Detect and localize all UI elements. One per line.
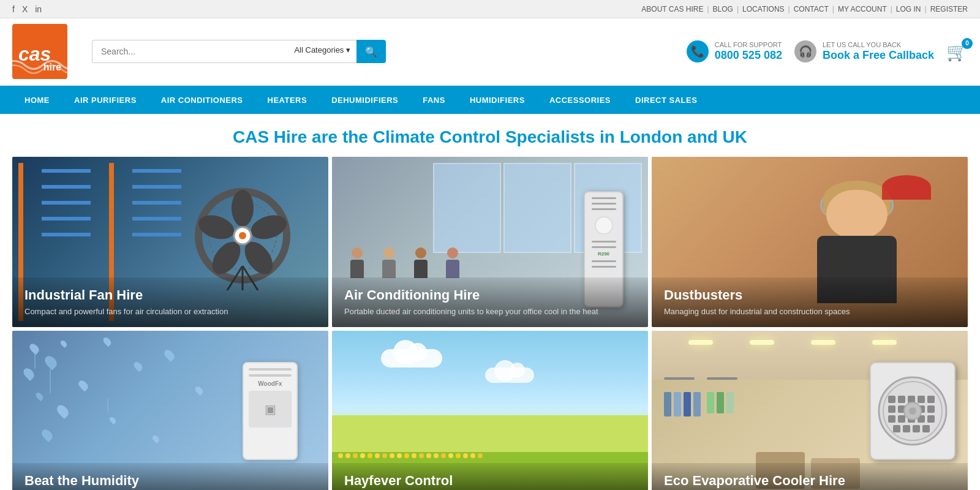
grid-row-2: WoodFx ▣ Beat the Humidity	[12, 331, 968, 490]
svg-point-8	[239, 232, 246, 239]
svg-rect-32	[922, 425, 930, 432]
register-link[interactable]: REGISTER	[930, 5, 968, 13]
logo-hire-text: hire	[43, 62, 61, 73]
card-ac-desc: Portable ducted air conditioning units t…	[344, 306, 636, 317]
headset-icon: 🎧	[794, 40, 816, 62]
card-dustbuster-overlay: Dustbusters Managing dust for industrial…	[652, 277, 968, 327]
card-air-conditioning[interactable]: R290 Air Conditioning Hire Portable duct…	[332, 157, 648, 327]
card-humidity-overlay: Beat the Humidity	[12, 463, 328, 490]
nav-air-conditioners[interactable]: AIR CONDITIONERS	[149, 86, 255, 114]
social-links: f X in	[12, 4, 42, 14]
card-evap-title: Eco Evaporative Cooler Hire	[664, 473, 956, 489]
phone-icon: 📞	[687, 40, 709, 62]
svg-rect-28	[927, 415, 935, 423]
svg-rect-19	[888, 405, 895, 413]
nav-dehumidifiers[interactable]: DEHUMIDIFIERS	[319, 86, 410, 114]
logo[interactable]: cas hire	[12, 24, 67, 79]
support-label: CALL FOR SUPPORT	[715, 41, 782, 49]
nav-humidifiers[interactable]: HUMIDIFIERS	[458, 86, 537, 114]
cart-button[interactable]: 🛒 0	[946, 42, 968, 62]
card-hayfever[interactable]: Hayfever Control	[332, 331, 648, 490]
twitter-icon[interactable]: X	[22, 4, 28, 14]
card-dustbuster-title: Dustbusters	[664, 287, 956, 303]
svg-rect-17	[918, 396, 925, 403]
people-scene	[350, 241, 459, 278]
search-button[interactable]: 🔍	[356, 40, 386, 63]
nav-direct-sales[interactable]: DIRECT SALES	[623, 86, 709, 114]
cloud-1	[381, 349, 442, 368]
card-dustbusters[interactable]: Dustbusters Managing dust for industrial…	[652, 157, 968, 327]
card-dustbuster-desc: Managing dust for industrial and constru…	[664, 306, 956, 317]
callback-info: LET US CALL YOU BACK Book a Free Callbac…	[823, 41, 934, 62]
my-account-link[interactable]: MY ACCOUNT	[838, 5, 887, 13]
search-area: All Categories ▾ 🔍	[92, 40, 386, 63]
svg-rect-25	[898, 415, 905, 423]
flowers	[332, 453, 648, 458]
svg-point-2	[232, 190, 254, 227]
nav-accessories[interactable]: ACCESSORIES	[537, 86, 623, 114]
main-nav: HOME AIR PURIFIERS AIR CONDITIONERS HEAT…	[0, 86, 980, 114]
nav-fans[interactable]: FANS	[410, 86, 458, 114]
svg-rect-30	[903, 425, 910, 432]
callback-block: 🎧 LET US CALL YOU BACK Book a Free Callb…	[794, 40, 934, 62]
svg-rect-23	[927, 405, 935, 413]
card-industrial-fan[interactable]: Industrial Fan Hire Compact and powerful…	[12, 157, 328, 327]
svg-rect-29	[893, 425, 900, 432]
locations-link[interactable]: LOCATIONS	[742, 5, 784, 13]
svg-rect-15	[898, 396, 905, 403]
login-link[interactable]: LOG IN	[896, 5, 921, 13]
svg-point-34	[909, 407, 916, 415]
support-info: CALL FOR SUPPORT 0800 525 082	[715, 41, 782, 62]
card-fan-desc: Compact and powerful fans for air circul…	[24, 306, 316, 317]
search-input[interactable]	[92, 40, 288, 63]
callback-label: LET US CALL YOU BACK	[823, 41, 934, 49]
contact-link[interactable]: CONTACT	[794, 5, 829, 13]
card-hayfever-overlay: Hayfever Control	[332, 463, 648, 490]
grid-row-1: Industrial Fan Hire Compact and powerful…	[12, 157, 968, 327]
svg-rect-31	[913, 425, 920, 432]
callback-link[interactable]: Book a Free Callback	[823, 49, 934, 62]
card-fan-overlay: Industrial Fan Hire Compact and powerful…	[12, 277, 328, 327]
nav-air-purifiers[interactable]: AIR PURIFIERS	[62, 86, 149, 114]
card-humidity-title: Beat the Humidity	[24, 473, 316, 489]
svg-rect-24	[888, 415, 895, 423]
svg-rect-14	[888, 396, 895, 403]
card-evaporative[interactable]: Eco Evaporative Cooler Hire	[652, 331, 968, 490]
card-ac-title: Air Conditioning Hire	[344, 287, 636, 303]
about-link[interactable]: ABOUT CAS HIRE	[641, 5, 703, 13]
evap-cooler-graphic	[870, 362, 956, 460]
cloud-2	[485, 368, 534, 383]
hero-title: CAS Hire are the Climate Control Special…	[0, 114, 980, 157]
card-fan-title: Industrial Fan Hire	[24, 287, 316, 303]
product-grid: Industrial Fan Hire Compact and powerful…	[0, 157, 980, 490]
svg-rect-18	[927, 396, 935, 403]
support-block: 📞 CALL FOR SUPPORT 0800 525 082	[687, 40, 782, 62]
card-humidity[interactable]: WoodFx ▣ Beat the Humidity	[12, 331, 328, 490]
facebook-icon[interactable]: f	[12, 4, 15, 14]
field-mid	[332, 415, 648, 452]
linkedin-icon[interactable]: in	[35, 4, 42, 14]
dehumidifier-graphic: WoodFx ▣	[243, 362, 298, 460]
blog-link[interactable]: BLOG	[713, 5, 733, 13]
top-nav-links: ABOUT CAS HIRE | BLOG | LOCATIONS | CONT…	[641, 5, 968, 13]
header: cas hire All Categories ▾ 🔍 📞 CALL FOR S…	[0, 18, 980, 86]
category-dropdown[interactable]: All Categories ▾	[288, 40, 356, 63]
card-ac-overlay: Air Conditioning Hire Portable ducted ai…	[332, 277, 648, 327]
hard-hat	[882, 175, 931, 200]
card-evap-overlay: Eco Evaporative Cooler Hire	[652, 463, 968, 490]
card-hayfever-title: Hayfever Control	[344, 473, 636, 489]
top-bar: f X in ABOUT CAS HIRE | BLOG | LOCATIONS…	[0, 0, 980, 18]
support-number[interactable]: 0800 525 082	[715, 49, 782, 62]
nav-home[interactable]: HOME	[12, 86, 62, 114]
cart-badge: 0	[962, 38, 973, 49]
nav-heaters[interactable]: HEATERS	[255, 86, 320, 114]
header-right: 📞 CALL FOR SUPPORT 0800 525 082 🎧 LET US…	[687, 40, 968, 62]
